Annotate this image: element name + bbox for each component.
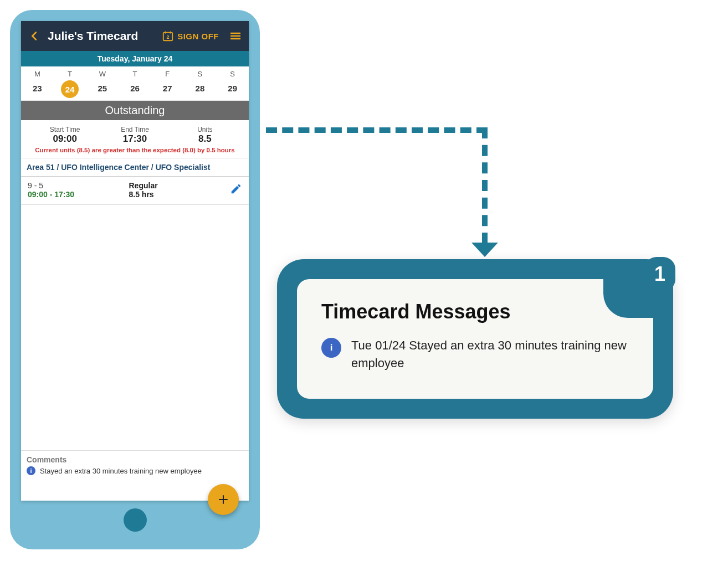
scheduled-time: 9 - 5	[28, 181, 126, 190]
end-time-value: 17:30	[100, 133, 170, 145]
comments-heading: Comments	[27, 455, 243, 464]
end-time-label: End Time	[100, 126, 170, 133]
phone-frame: Julie's Timecard 2 SIGN OFF Tuesday, Jan…	[10, 10, 260, 549]
back-button[interactable]	[27, 28, 42, 44]
add-button[interactable]	[208, 484, 239, 515]
comment-row: i Stayed an extra 30 minutes training ne…	[27, 466, 243, 475]
signoff-button[interactable]: 2 SIGN OFF	[162, 30, 219, 42]
day-thu[interactable]: T26	[119, 70, 151, 98]
arrow-down-icon	[471, 243, 498, 257]
home-button[interactable]	[124, 508, 147, 532]
info-icon: i	[27, 466, 35, 475]
signoff-label: SIGN OFF	[177, 32, 219, 41]
edit-shift-button[interactable]	[230, 183, 242, 197]
chevron-left-icon	[28, 30, 40, 42]
date-bar: Tuesday, January 24	[21, 51, 249, 66]
shift-row: 9 - 5 09:00 - 17:30 Regular 8.5 hrs	[21, 177, 249, 205]
day-sat[interactable]: S28	[184, 70, 217, 98]
comment-text: Stayed an extra 30 minutes training new …	[40, 467, 202, 475]
actual-time: 09:00 - 17:30	[28, 190, 126, 199]
comments-section: Comments i Stayed an extra 30 minutes tr…	[21, 450, 249, 501]
message-text: Tue 01/24 Stayed an extra 30 minutes tra…	[351, 337, 629, 372]
start-time-label: Start Time	[30, 126, 100, 133]
start-time-value: 09:00	[30, 133, 100, 145]
calendar-icon: 2	[162, 30, 174, 42]
status-banner: Outstanding	[21, 101, 249, 120]
phone-screen: Julie's Timecard 2 SIGN OFF Tuesday, Jan…	[21, 21, 249, 501]
warning-text: Current units (8.5) are greater than the…	[21, 145, 249, 158]
day-tue[interactable]: T24	[54, 70, 86, 98]
connector-horizontal	[266, 127, 488, 133]
day-wed[interactable]: W25	[86, 70, 119, 98]
connector-vertical	[482, 127, 488, 244]
empty-area	[21, 205, 249, 450]
menu-button[interactable]	[228, 28, 243, 44]
page-title: Julie's Timecard	[48, 29, 156, 43]
pencil-icon	[230, 183, 242, 195]
svg-text:2: 2	[167, 34, 170, 40]
step-badge: 1	[644, 257, 675, 291]
shift-hours: 8.5 hrs	[129, 190, 227, 199]
summary-row: Start Time09:00 End Time17:30 Units8.5	[21, 120, 249, 145]
units-label: Units	[170, 126, 240, 133]
info-icon: i	[321, 338, 341, 358]
callout-box: Timecard Messages i Tue 01/24 Stayed an …	[277, 259, 673, 419]
callout-title: Timecard Messages	[321, 300, 629, 323]
app-header: Julie's Timecard 2 SIGN OFF	[21, 21, 249, 51]
day-sun[interactable]: S29	[216, 70, 249, 98]
callout-inner: Timecard Messages i Tue 01/24 Stayed an …	[297, 279, 653, 399]
hamburger-icon	[229, 29, 242, 43]
job-path: Area 51 / UFO Intelligence Center / UFO …	[21, 158, 249, 177]
plus-icon	[217, 493, 230, 506]
day-fri[interactable]: F27	[151, 70, 184, 98]
units-value: 8.5	[170, 133, 240, 145]
day-mon[interactable]: M23	[21, 70, 54, 98]
shift-type: Regular	[129, 181, 227, 190]
message-row: i Tue 01/24 Stayed an extra 30 minutes t…	[321, 337, 629, 372]
week-calendar: M23 T24 W25 T26 F27 S28 S29	[21, 66, 249, 101]
